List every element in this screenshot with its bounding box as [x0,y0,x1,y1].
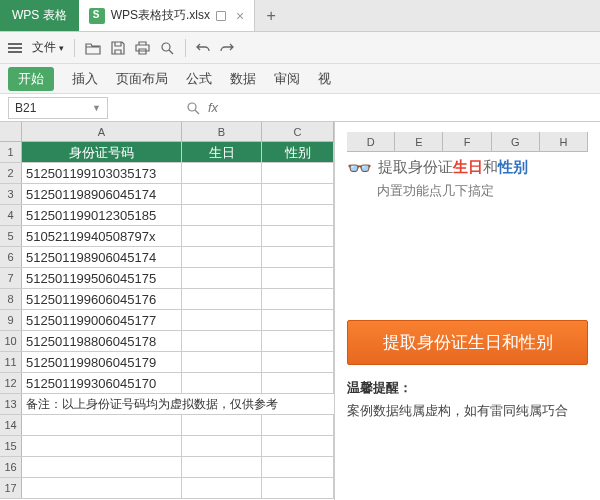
row-header[interactable]: 9 [0,310,22,330]
cell[interactable] [262,331,334,351]
app-tab[interactable]: WPS 表格 [0,0,79,31]
pin-icon[interactable] [216,11,226,21]
row-header[interactable]: 10 [0,331,22,351]
ribbon-formula[interactable]: 公式 [186,70,212,88]
cell[interactable]: 512501198906045174 [22,184,182,204]
cell[interactable] [182,226,262,246]
cell[interactable] [182,331,262,351]
row-header[interactable]: 14 [0,415,22,435]
cell[interactable] [262,436,334,456]
row-header[interactable]: 5 [0,226,22,246]
row-header[interactable]: 1 [0,142,22,162]
name-box[interactable]: B21▼ [8,97,108,119]
header-cell[interactable]: 身份证号码 [22,142,182,162]
cell[interactable]: 512501198906045174 [22,247,182,267]
cell[interactable] [262,310,334,330]
undo-icon[interactable] [196,42,210,54]
ribbon-insert[interactable]: 插入 [72,70,98,88]
row-header[interactable]: 4 [0,205,22,225]
cell[interactable] [182,310,262,330]
cell[interactable] [182,163,262,183]
row-header[interactable]: 16 [0,457,22,477]
new-tab-button[interactable]: + [255,0,287,31]
row-header[interactable]: 13 [0,394,22,414]
cell[interactable] [182,184,262,204]
cell[interactable] [22,457,182,477]
cell[interactable] [182,415,262,435]
cell[interactable] [182,436,262,456]
cell[interactable]: 512501199006045177 [22,310,182,330]
cell[interactable] [182,352,262,372]
cell[interactable] [182,268,262,288]
row-header[interactable]: 8 [0,289,22,309]
print-icon[interactable] [135,41,150,55]
cell[interactable] [262,247,334,267]
cell[interactable]: 512501199012305185 [22,205,182,225]
reminder-title: 温馨提醒： [347,379,588,397]
close-icon[interactable]: × [236,8,244,24]
row-header[interactable]: 12 [0,373,22,393]
col-header[interactable]: A [22,122,182,141]
cell[interactable]: 51052119940508797x [22,226,182,246]
cell[interactable] [22,415,182,435]
row-header[interactable]: 6 [0,247,22,267]
cell[interactable] [262,205,334,225]
cell[interactable] [182,373,262,393]
select-all-corner[interactable] [0,122,22,141]
note-cell[interactable]: 备注：以上身份证号码均为虚拟数据，仅供参考 [22,394,334,414]
open-icon[interactable] [85,41,101,55]
row-header[interactable]: 7 [0,268,22,288]
search-icon[interactable] [186,101,200,115]
cell[interactable]: 512501199806045179 [22,352,182,372]
cell[interactable] [182,205,262,225]
fx-label[interactable]: fx [208,100,218,115]
reminder-text: 案例数据纯属虚构，如有雷同纯属巧合 [347,401,588,422]
cell[interactable] [182,478,262,498]
cell[interactable] [22,436,182,456]
col-header[interactable]: B [182,122,262,141]
cell[interactable] [182,289,262,309]
spreadsheet-grid[interactable]: A B C 1身份证号码生日性别251250119910303517335125… [0,122,335,500]
chevron-down-icon[interactable]: ▼ [92,103,101,113]
row-header[interactable]: 15 [0,436,22,456]
cell[interactable] [262,163,334,183]
cell[interactable]: 512501199103035173 [22,163,182,183]
redo-icon[interactable] [220,42,234,54]
cell[interactable] [262,352,334,372]
file-menu[interactable]: 文件 ▾ [32,39,64,56]
cell[interactable]: 512501199606045176 [22,289,182,309]
cell[interactable] [262,184,334,204]
ribbon-review[interactable]: 审阅 [274,70,300,88]
row-header[interactable]: 11 [0,352,22,372]
svg-point-0 [162,43,170,51]
save-icon[interactable] [111,41,125,55]
menu-icon[interactable] [8,43,22,53]
col-header[interactable]: C [262,122,334,141]
cell[interactable] [22,478,182,498]
row-header[interactable]: 3 [0,184,22,204]
cell[interactable]: 512501199306045170 [22,373,182,393]
cell[interactable] [262,226,334,246]
cell[interactable] [182,457,262,477]
cell[interactable]: 512501199506045175 [22,268,182,288]
header-cell[interactable]: 性别 [262,142,334,162]
ribbon-layout[interactable]: 页面布局 [116,70,168,88]
cell[interactable] [262,373,334,393]
cell[interactable] [262,415,334,435]
preview-icon[interactable] [160,41,175,55]
cell[interactable] [262,268,334,288]
header-cell[interactable]: 生日 [182,142,262,162]
extract-button[interactable]: 提取身份证生日和性别 [347,320,588,365]
ribbon-start[interactable]: 开始 [8,67,54,91]
col-headers-ext[interactable]: D E F G H [347,132,588,152]
ribbon-data[interactable]: 数据 [230,70,256,88]
ribbon-view[interactable]: 视 [318,70,331,88]
file-tab[interactable]: WPS表格技巧.xlsx × [79,0,256,31]
row-header[interactable]: 17 [0,478,22,498]
cell[interactable] [182,247,262,267]
cell[interactable] [262,289,334,309]
cell[interactable] [262,478,334,498]
cell[interactable]: 512501198806045178 [22,331,182,351]
row-header[interactable]: 2 [0,163,22,183]
cell[interactable] [262,457,334,477]
